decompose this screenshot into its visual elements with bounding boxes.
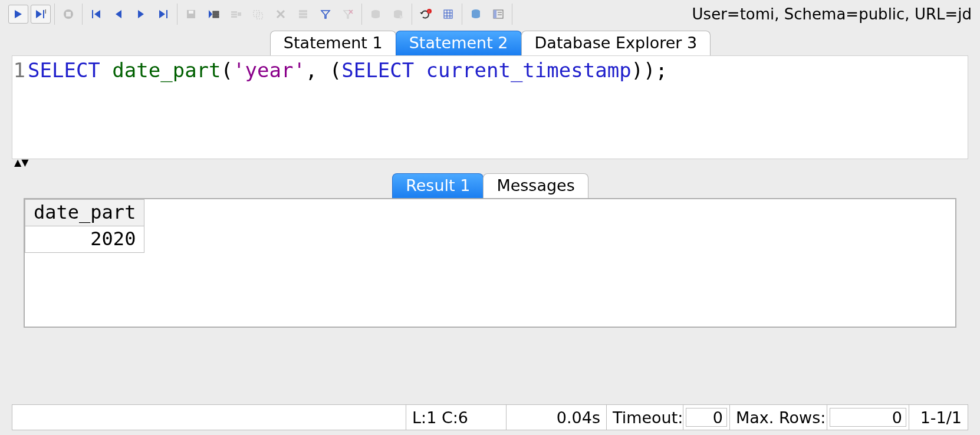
svg-marker-9 [138,10,144,18]
cursor-position: L:1 C:6 [406,405,506,430]
svg-rect-18 [231,11,237,13]
tab-result-1[interactable]: Result 1 [392,173,484,198]
first-record-button[interactable] [86,5,106,24]
svg-rect-23 [256,13,262,19]
svg-rect-19 [231,14,237,15]
svg-marker-14 [209,10,212,18]
insert-row-at-button[interactable] [226,5,246,24]
svg-rect-27 [299,13,307,15]
svg-rect-26 [299,10,307,12]
token-function: date_part [112,58,221,82]
grid-button[interactable] [438,5,458,24]
svg-rect-11 [166,10,167,18]
db-button[interactable] [466,5,486,24]
maxrows-input[interactable] [830,408,906,427]
tab-statement-1[interactable]: Statement 1 [270,31,396,55]
filter-button[interactable] [315,5,336,24]
svg-rect-13 [189,11,193,14]
table-row: 2020 [25,226,144,253]
svg-rect-15 [213,11,219,13]
row-range: 1-1/1 [909,405,968,430]
token-keyword: SELECT [28,58,100,82]
svg-rect-28 [299,16,307,18]
db-rollback-button[interactable] [388,5,408,24]
connection-info: User=tomi, Schema=public, URL=jd [692,5,975,23]
svg-rect-21 [238,12,241,16]
last-record-button[interactable] [153,5,173,24]
svg-rect-46 [494,10,496,18]
column-header[interactable]: date_part [25,200,144,226]
svg-rect-20 [231,16,237,18]
svg-marker-1 [36,10,42,18]
next-record-button[interactable] [131,5,151,24]
svg-marker-10 [159,10,165,18]
toolbar: I [0,0,980,28]
collapse-down-icon[interactable]: ▼ [21,159,28,166]
maxrows-label: Max. Rows: [729,405,827,430]
clear-filter-button[interactable] [338,5,358,24]
refresh-warn-button[interactable]: ! [416,5,436,24]
token-identifier: current_timestamp [426,58,632,82]
result-grid[interactable]: date_part 2020 [24,198,956,328]
duplicate-row-button[interactable] [248,5,268,24]
tab-statement-2[interactable]: Statement 2 [396,31,522,55]
timeout-label: Timeout: [606,405,683,430]
filter-column-button[interactable] [293,5,313,24]
insert-row-button[interactable] [203,5,223,24]
svg-marker-36 [420,12,423,14]
tab-messages[interactable]: Messages [483,173,588,198]
sql-editor[interactable]: 1 SELECT date_part('year', (SELECT curre… [12,55,968,159]
timeout-input[interactable] [686,408,727,427]
svg-marker-0 [15,10,22,18]
result-tabs: Result 1 Messages [0,171,980,198]
svg-text:!: ! [428,9,429,14]
svg-rect-22 [254,11,259,17]
splitter[interactable]: ▲▼ [0,159,980,171]
svg-text:I: I [45,9,46,15]
run-to-cursor-button[interactable]: I [31,5,51,24]
svg-rect-2 [43,10,44,18]
exec-time: 0.04s [506,405,606,430]
line-number: 1 [12,58,28,82]
db-commit-button[interactable] [366,5,386,24]
stop-button[interactable] [58,5,78,24]
svg-rect-5 [66,12,71,17]
run-button[interactable] [8,5,28,24]
status-empty [12,405,406,430]
tab-db-explorer-3[interactable]: Database Explorer 3 [521,31,711,55]
cell[interactable]: 2020 [25,226,144,253]
svg-rect-39 [444,10,452,18]
svg-marker-29 [321,11,330,18]
editor-tabs: Statement 1 Statement 2 Database Explore… [0,28,980,55]
svg-rect-16 [213,14,219,15]
prev-record-button[interactable] [108,5,129,24]
svg-rect-6 [92,10,93,18]
save-button[interactable] [181,5,201,24]
panel-button[interactable] [488,5,508,24]
delete-row-button[interactable] [271,5,291,24]
token-string: 'year' [233,58,305,82]
svg-marker-7 [94,10,100,18]
collapse-up-icon[interactable]: ▲ [14,159,21,166]
svg-marker-8 [116,10,121,18]
svg-rect-17 [213,16,219,18]
status-bar: L:1 C:6 0.04s Timeout: Max. Rows: 1-1/1 [12,404,968,430]
